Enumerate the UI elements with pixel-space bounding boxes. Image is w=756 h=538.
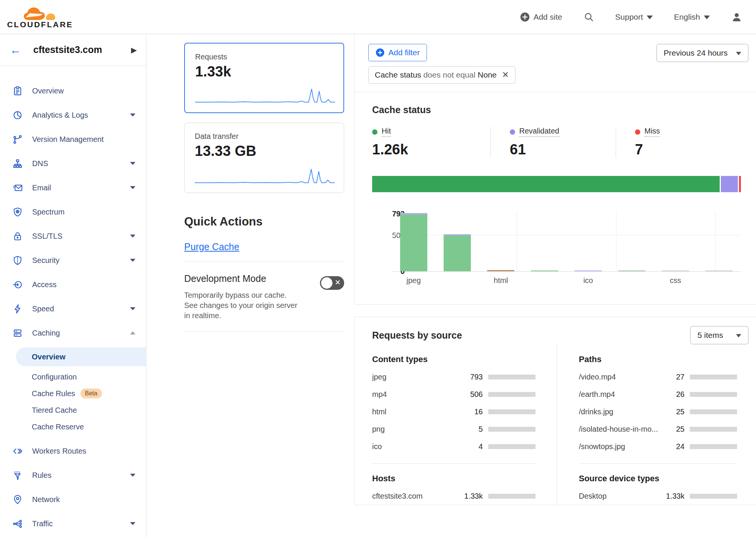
support-label: Support — [615, 12, 643, 22]
sidebar-item-custom-pages[interactable]: Custom Pages — [0, 536, 146, 538]
x-tick — [523, 276, 566, 285]
bar-segment-other — [618, 271, 646, 271]
plus-circle-icon — [520, 12, 530, 22]
sidebar-item-network[interactable]: Network — [0, 487, 146, 512]
bar-png[interactable] — [523, 271, 566, 271]
table-row[interactable]: cftestsite3.com 1.33k — [372, 487, 536, 505]
sidebar-subitem-caching-overview[interactable]: Overview — [16, 347, 146, 366]
progress-track — [690, 409, 737, 414]
sidebar-item-analytics-logs[interactable]: Analytics & Logs — [0, 103, 146, 127]
hit-label[interactable]: Hit — [382, 127, 391, 137]
server-stack-icon — [12, 328, 23, 338]
purge-cache-link[interactable]: Purge Cache — [184, 241, 239, 252]
support-menu[interactable]: Support — [615, 12, 653, 22]
table-row[interactable]: png 5 — [372, 420, 536, 438]
cloudflare-cloud-icon — [23, 5, 57, 21]
sidebar-subitem-cache-reserve[interactable]: Cache Reserve — [0, 418, 146, 435]
bar-other-2[interactable] — [697, 271, 741, 271]
divider — [184, 331, 344, 332]
add-filter-button[interactable]: Add filter — [368, 44, 427, 61]
development-mode-toggle[interactable]: ✕ — [320, 276, 344, 290]
sidebar-item-spectrum[interactable]: Spectrum — [0, 200, 146, 224]
bar-ico[interactable] — [567, 271, 610, 271]
bar-mp4[interactable] — [435, 234, 479, 271]
table-row[interactable]: jpeg 793 — [372, 368, 536, 386]
revalidated-dot-icon — [510, 129, 515, 135]
chevron-down-icon — [736, 52, 741, 55]
site-header: ← cftestsite3.com ▶ — [0, 34, 146, 66]
items-count-select[interactable]: 5 items — [690, 326, 748, 344]
language-label: English — [674, 12, 700, 22]
chevron-down-icon — [130, 259, 135, 262]
site-switcher-caret-icon[interactable]: ▶ — [131, 45, 137, 54]
sidebar-item-caching[interactable]: Caching — [0, 321, 146, 345]
add-site-button[interactable]: Add site — [520, 12, 562, 22]
requests-sparkline — [195, 87, 335, 105]
data-transfer-summary-card[interactable]: Data transfer 13.33 GB — [184, 123, 344, 193]
table-row[interactable]: /isolated-house-in-mo... 25 — [579, 420, 737, 438]
cache-status-stacked-bar — [372, 176, 741, 192]
requests-card-label: Requests — [195, 53, 333, 61]
git-branch-icon — [12, 134, 23, 145]
user-account-icon[interactable] — [731, 11, 742, 23]
clipboard-icon — [12, 86, 23, 96]
table-row[interactable]: /drinks.jpg 25 — [579, 403, 737, 420]
table-row[interactable]: /earth.mp4 26 — [579, 386, 737, 403]
shield-icon — [12, 255, 23, 266]
table-row[interactable]: html 16 — [372, 403, 536, 420]
table-row[interactable]: Desktop 1.33k — [579, 487, 737, 505]
miss-label[interactable]: Miss — [644, 127, 660, 137]
toggle-knob — [321, 277, 332, 289]
sidebar-item-dns[interactable]: DNS — [0, 151, 146, 176]
sidebar-item-ssl-tls[interactable]: SSL/TLS — [0, 224, 146, 248]
bar-html[interactable] — [479, 270, 523, 271]
time-range-select[interactable]: Previous 24 hours — [657, 44, 748, 62]
miss-dot-icon — [635, 129, 640, 135]
content-types-column: Content types jpeg 793 mp4 506 — [355, 343, 557, 505]
table-row[interactable]: /video.mp4 27 — [579, 368, 737, 386]
sidebar-subitem-configuration[interactable]: Configuration — [0, 369, 146, 385]
bar-segment-hit — [444, 235, 471, 271]
sidebar-item-access[interactable]: Access — [0, 272, 146, 297]
remove-filter-icon[interactable]: ✕ — [502, 70, 509, 80]
back-arrow-icon[interactable]: ← — [10, 44, 21, 56]
location-pin-icon — [12, 494, 23, 505]
sidebar-subitem-cache-rules[interactable]: Cache Rules Beta — [0, 385, 146, 402]
development-mode-section: Development Mode Temporarily bypass our … — [184, 262, 344, 331]
x-tick-css: css — [654, 276, 697, 285]
cloudflare-logo[interactable]: CLOUDFLARE — [10, 5, 70, 29]
sidebar-item-workers-routes[interactable]: Workers Routes — [0, 439, 146, 463]
sidebar-item-version-management[interactable]: Version Management — [0, 127, 146, 151]
sidebar-subitem-tiered-cache[interactable]: Tiered Cache — [0, 402, 146, 418]
progress-track — [488, 392, 536, 397]
caching-submenu: Overview Configuration Cache Rules Beta … — [0, 345, 146, 439]
bar-css[interactable] — [654, 271, 697, 271]
table-row[interactable]: /snowtops.jpg 24 — [579, 438, 737, 455]
chevron-down-icon — [130, 235, 135, 238]
cache-status-filter-chip: Cache status does not equal None ✕ — [368, 66, 515, 84]
hit-value: 1.26k — [372, 141, 491, 158]
miss-value: 7 — [635, 141, 741, 158]
shield-badge-icon — [12, 207, 23, 217]
revalidated-label[interactable]: Revalidated — [519, 127, 559, 137]
sidebar-item-traffic[interactable]: Traffic — [0, 512, 146, 536]
sidebar-item-speed[interactable]: Speed — [0, 297, 146, 321]
requests-summary-card[interactable]: Requests 1.33k — [184, 43, 344, 113]
sidebar-item-email[interactable]: Email — [0, 176, 146, 200]
stat-revalidated: Revalidated 61 — [491, 127, 616, 158]
language-menu[interactable]: English — [674, 12, 710, 22]
bar-other-1[interactable] — [610, 271, 654, 271]
chevron-down-icon — [130, 522, 135, 525]
table-row[interactable]: mp4 506 — [372, 386, 536, 403]
bar-segment-other — [662, 271, 689, 271]
sidebar-nav: Overview Analytics & Logs Version Manage… — [0, 66, 146, 538]
x-tick-jpeg: jpeg — [392, 276, 435, 285]
sidebar-item-rules[interactable]: Rules — [0, 463, 146, 487]
sidebar-item-overview[interactable]: Overview — [0, 79, 146, 103]
progress-track — [488, 375, 536, 379]
sidebar-item-security[interactable]: Security — [0, 248, 146, 272]
search-icon[interactable] — [584, 12, 594, 22]
bar-jpeg[interactable] — [392, 213, 435, 271]
hosts-header: Hosts — [372, 474, 536, 484]
table-row[interactable]: ico 4 — [372, 438, 536, 455]
